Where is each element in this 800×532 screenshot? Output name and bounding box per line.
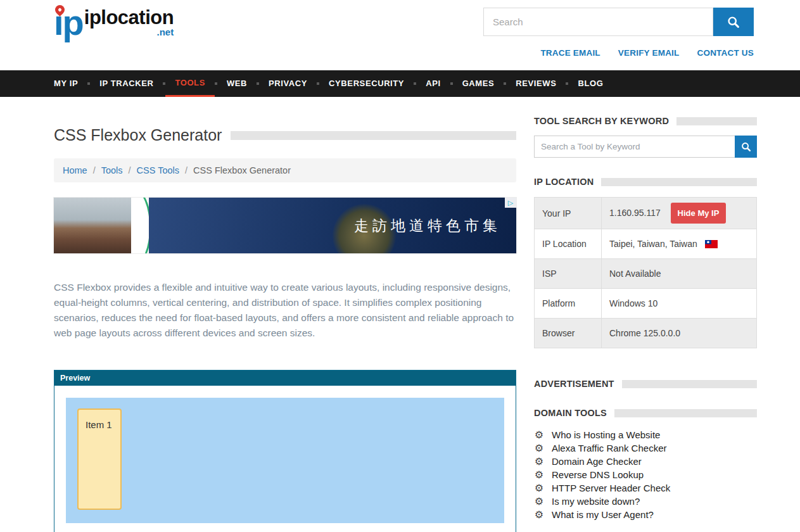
- tool-search-button[interactable]: [735, 136, 757, 158]
- gear-icon: ⚙: [534, 483, 544, 493]
- gear-icon: ⚙: [534, 510, 544, 520]
- title-decor-bar: [231, 131, 516, 140]
- domain-tool-link-user-agent[interactable]: ⚙ What is my User Agent?: [534, 509, 757, 520]
- domain-tool-link-reverse-dns[interactable]: ⚙ Reverse DNS Lookup: [534, 469, 757, 480]
- breadcrumb-current: CSS Flexbox Generator: [193, 165, 291, 175]
- logo-ip-mark: ip: [54, 6, 83, 39]
- list-item: ⚙ Is my website down?: [534, 495, 757, 508]
- nav-item-api[interactable]: API: [416, 70, 450, 97]
- logo-text: iplocation .net: [84, 8, 174, 39]
- nav-item-blog[interactable]: BLOG: [568, 70, 613, 97]
- breadcrumb-home[interactable]: Home: [63, 165, 87, 175]
- flexbox-preview-panel: Preview Item 1: [54, 370, 516, 532]
- domain-tool-link-domain-age[interactable]: ⚙ Domain Age Checker: [534, 456, 757, 467]
- breadcrumb-tools[interactable]: Tools: [101, 165, 123, 175]
- row-value: Chrome 125.0.0.0: [602, 319, 757, 348]
- list-item: ⚙ What is my User Agent?: [534, 508, 757, 521]
- row-label: ISP: [535, 259, 602, 289]
- domain-tool-label: Reverse DNS Lookup: [552, 469, 644, 480]
- ad-headline: 走訪地道特色市集: [354, 216, 501, 236]
- nav-item-cybersecurity[interactable]: CYBERSECURITY: [319, 70, 414, 97]
- domain-tools-list: ⚙ Who is Hosting a Website ⚙ Alexa Traff…: [534, 428, 757, 521]
- ip-location-heading: IP LOCATION: [534, 177, 757, 187]
- tool-description: CSS Flexbox provides a flexible and intu…: [54, 280, 516, 341]
- ip-info-table: Your IP 1.160.95.117 Hide My IP IP Locat…: [534, 197, 757, 348]
- tool-search-input[interactable]: [534, 136, 735, 158]
- adchoices-icon[interactable]: ▷: [505, 198, 516, 208]
- nav-item-my-ip[interactable]: MY IP: [54, 70, 87, 97]
- table-row-browser: Browser Chrome 125.0.0.0: [535, 319, 757, 348]
- ip-location-value: Taipei, Taiwan, Taiwan: [609, 239, 697, 249]
- hide-my-ip-button[interactable]: Hide My IP: [671, 203, 727, 224]
- list-item: ⚙ Reverse DNS Lookup: [534, 468, 757, 481]
- logo-tld: .net: [84, 27, 174, 38]
- logo-word: iplocation: [84, 8, 174, 27]
- advertisement-section: ADVERTISEMENT: [534, 379, 757, 389]
- ad-banner[interactable]: 走訪地道特色市集 ▷: [54, 198, 516, 253]
- site-header: ip iplocation .net TRACE EMAIL VERIFY EM…: [0, 0, 800, 70]
- ad-main-image: 走訪地道特色市集: [149, 198, 516, 253]
- content-container: CSS Flexbox Generator Home / Tools / CSS…: [54, 97, 757, 532]
- row-label: Browser: [535, 319, 602, 348]
- row-value: Not Available: [602, 259, 757, 289]
- breadcrumb: Home / Tools / CSS Tools / CSS Flexbox G…: [54, 158, 516, 182]
- tool-search-heading-text: TOOL SEARCH BY KEYWORD: [534, 116, 669, 126]
- domain-tool-label: What is my User Agent?: [552, 509, 654, 520]
- gear-icon: ⚙: [534, 470, 544, 480]
- breadcrumb-css-tools[interactable]: CSS Tools: [137, 165, 179, 175]
- nav-item-games[interactable]: GAMES: [453, 70, 504, 97]
- sidebar: TOOL SEARCH BY KEYWORD IP LOCATION Your …: [534, 116, 757, 521]
- header-search: [483, 8, 754, 36]
- heading-decor-bar: [622, 380, 757, 388]
- preview-flex-item: Item 1: [77, 408, 122, 510]
- list-item: ⚙ Alexa Traffic Rank Checker: [534, 441, 757, 455]
- site-logo[interactable]: ip iplocation .net: [54, 6, 174, 39]
- domain-tool-link-hosting[interactable]: ⚙ Who is Hosting a Website: [534, 429, 757, 440]
- ad-photo-left: [54, 198, 131, 253]
- domain-tool-label: HTTP Server Header Check: [552, 483, 670, 493]
- domain-tool-label: Is my website down?: [552, 496, 640, 507]
- preview-flex-container: Item 1: [66, 398, 504, 523]
- domain-tool-link-alexa-rank[interactable]: ⚙ Alexa Traffic Rank Checker: [534, 443, 757, 453]
- ad-decor-curve: [131, 198, 149, 253]
- advertisement-heading-text: ADVERTISEMENT: [534, 379, 614, 389]
- gear-icon: ⚙: [534, 443, 544, 453]
- ip-location-section: IP LOCATION Your IP 1.160.95.117 Hide My…: [534, 177, 757, 348]
- table-row-your-ip: Your IP 1.160.95.117 Hide My IP: [535, 198, 757, 229]
- verify-email-link[interactable]: VERIFY EMAIL: [618, 48, 680, 58]
- preview-header-label: Preview: [54, 370, 516, 386]
- nav-item-reviews[interactable]: REVIEWS: [506, 70, 566, 97]
- table-row-isp: ISP Not Available: [535, 259, 757, 289]
- header-search-button[interactable]: [713, 8, 754, 36]
- breadcrumb-separator: /: [93, 165, 96, 175]
- header-links: TRACE EMAIL VERIFY EMAIL CONTACT US: [540, 48, 754, 58]
- tool-search: [534, 136, 757, 158]
- domain-tool-link-website-down[interactable]: ⚙ Is my website down?: [534, 496, 757, 507]
- header-search-input[interactable]: [483, 8, 713, 36]
- preview-body: Item 1: [54, 386, 516, 532]
- gear-icon: ⚙: [534, 457, 544, 467]
- gear-icon: ⚙: [534, 497, 544, 507]
- domain-tool-label: Alexa Traffic Rank Checker: [552, 443, 666, 453]
- domain-tool-label: Who is Hosting a Website: [552, 429, 660, 440]
- breadcrumb-separator: /: [129, 165, 131, 175]
- table-row-ip-location: IP Location Taipei, Taiwan, Taiwan: [535, 229, 757, 259]
- row-value: Taipei, Taiwan, Taiwan: [602, 229, 757, 259]
- page-title-row: CSS Flexbox Generator: [54, 126, 516, 144]
- trace-email-link[interactable]: TRACE EMAIL: [540, 48, 600, 58]
- tool-search-heading: TOOL SEARCH BY KEYWORD: [534, 116, 757, 126]
- nav-item-web[interactable]: WEB: [217, 70, 257, 97]
- heading-decor-bar: [676, 117, 757, 125]
- nav-item-tools[interactable]: TOOLS: [165, 70, 215, 97]
- taiwan-flag-icon: [705, 240, 718, 248]
- domain-tools-section: DOMAIN TOOLS ⚙ Who is Hosting a Website …: [534, 408, 757, 521]
- nav-item-privacy[interactable]: PRIVACY: [259, 70, 317, 97]
- nav-item-ip-tracker[interactable]: IP TRACKER: [90, 70, 163, 97]
- main-nav: MY IP IP TRACKER TOOLS WEB PRIVACY CYBER…: [0, 70, 800, 97]
- list-item: ⚙ Domain Age Checker: [534, 455, 757, 468]
- domain-tool-link-http-header[interactable]: ⚙ HTTP Server Header Check: [534, 483, 757, 493]
- list-item: ⚙ HTTP Server Header Check: [534, 481, 757, 495]
- contact-us-link[interactable]: CONTACT US: [697, 48, 754, 58]
- your-ip-value: 1.160.95.117: [609, 208, 661, 218]
- search-icon: [727, 16, 740, 28]
